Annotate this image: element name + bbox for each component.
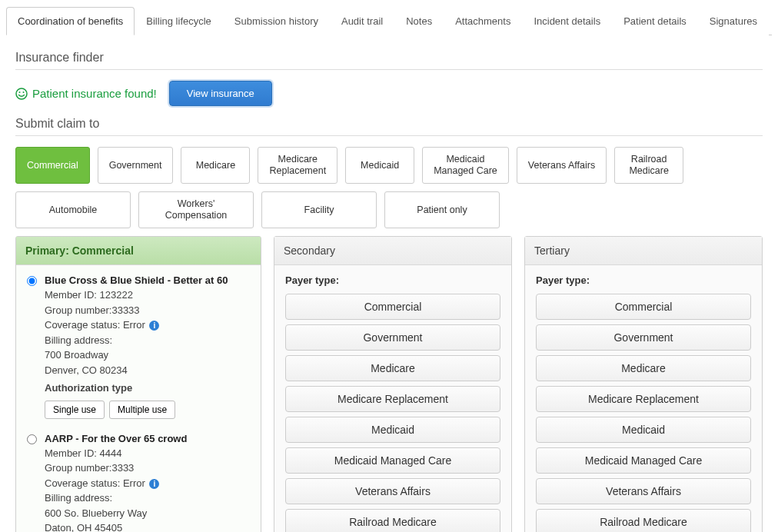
tab-audit-trail[interactable]: Audit trail: [330, 7, 394, 35]
coverage-status: Coverage status: Error i: [45, 476, 187, 491]
insurance-title: Blue Cross & Blue Shield - Better at 60: [45, 274, 228, 286]
submit-claim-title: Submit claim to: [15, 117, 763, 131]
secondary-payer-medicare-replacement-button[interactable]: Medicare Replacement: [285, 386, 500, 412]
svg-point-2: [23, 91, 25, 93]
tab-notes[interactable]: Notes: [394, 7, 444, 35]
insurance-detail: Billing address:: [45, 490, 187, 506]
tertiary-payer-medicare-replacement-button[interactable]: Medicare Replacement: [536, 386, 751, 412]
category-facility[interactable]: Facility: [261, 191, 377, 228]
insurance-radio[interactable]: [27, 276, 37, 286]
content-area: Insurance finder Patient insurance found…: [6, 35, 772, 532]
secondary-payer-medicaid-button[interactable]: Medicaid: [285, 417, 500, 443]
category-row-1: CommercialGovernmentMedicareMedicareRepl…: [15, 147, 763, 184]
secondary-panel: Secondary Payer type: CommercialGovernme…: [274, 236, 512, 532]
category-commercial[interactable]: Commercial: [15, 147, 90, 184]
insurance-detail: Daton, OH 45405: [45, 520, 187, 532]
tertiary-payer-list: CommercialGovernmentMedicareMedicare Rep…: [536, 294, 751, 532]
auth-multiple-use-button[interactable]: Multiple use: [109, 401, 175, 419]
insurance-detail: Group number:3333: [45, 461, 187, 476]
info-icon[interactable]: i: [149, 321, 159, 331]
category-medicaid[interactable]: Medicaid: [345, 147, 414, 184]
secondary-payer-veterans-affairs-button[interactable]: Veterans Affairs: [285, 478, 500, 504]
insurance-finder-title: Insurance finder: [15, 51, 763, 65]
divider: [15, 69, 763, 70]
category-patient-only[interactable]: Patient only: [384, 191, 500, 228]
secondary-payer-commercial-button[interactable]: Commercial: [285, 294, 500, 320]
tab-patient-details[interactable]: Patient details: [612, 7, 698, 35]
info-icon[interactable]: i: [149, 479, 159, 489]
primary-panel-header: Primary: Commercial: [16, 237, 261, 265]
tab-billing-lifecycle[interactable]: Billing lifecycle: [135, 7, 223, 35]
category-automobile[interactable]: Automobile: [15, 191, 131, 228]
category-veterans-affairs[interactable]: Veterans Affairs: [517, 147, 607, 184]
secondary-payer-medicare-button[interactable]: Medicare: [285, 355, 500, 381]
secondary-panel-header: Secondary: [274, 237, 511, 265]
insurance-detail: Billing address:: [45, 333, 228, 348]
svg-point-0: [16, 88, 27, 99]
insurance-option: AARP - For the Over 65 crowdMember ID: 4…: [27, 433, 250, 533]
category-medicaid-managed-care[interactable]: Medicaid Managed Care: [422, 147, 509, 184]
secondary-payer-type-label: Payer type:: [285, 274, 500, 286]
tab-attachments[interactable]: Attachments: [444, 7, 522, 35]
coverage-status: Coverage status: Error i: [45, 318, 228, 333]
tertiary-payer-veterans-affairs-button[interactable]: Veterans Affairs: [536, 478, 751, 504]
insurance-radio[interactable]: [27, 434, 37, 444]
insurance-detail: Member ID: 4444: [45, 446, 187, 461]
tab-coordination-of-benefits[interactable]: Coordination of benefits: [6, 7, 135, 35]
tab-incident-details[interactable]: Incident details: [522, 7, 612, 35]
tab-submission-history[interactable]: Submission history: [223, 7, 330, 35]
category-government[interactable]: Government: [98, 147, 174, 184]
tertiary-payer-medicaid-button[interactable]: Medicaid: [536, 417, 751, 443]
secondary-payer-medicaid-managed-care-button[interactable]: Medicaid Managed Care: [285, 447, 500, 474]
svg-point-1: [19, 91, 21, 93]
insurance-found-text: Patient insurance found!: [32, 87, 157, 100]
divider: [15, 135, 763, 136]
tertiary-payer-government-button[interactable]: Government: [536, 324, 751, 351]
category-medicare[interactable]: Medicare: [181, 147, 250, 184]
tertiary-payer-railroad-medicare-button[interactable]: Railroad Medicare: [536, 509, 751, 532]
secondary-payer-government-button[interactable]: Government: [285, 324, 500, 351]
primary-panel: Primary: Commercial Blue Cross & Blue Sh…: [15, 236, 261, 532]
tertiary-payer-medicaid-managed-care-button[interactable]: Medicaid Managed Care: [536, 447, 751, 474]
view-insurance-button[interactable]: View insurance: [169, 81, 272, 106]
coverage-panels: Primary: Commercial Blue Cross & Blue Sh…: [15, 236, 763, 532]
category-workers-compensation[interactable]: Workers' Compensation: [138, 191, 254, 228]
primary-panel-body: Blue Cross & Blue Shield - Better at 60M…: [16, 265, 261, 532]
insurance-detail: Denver, CO 80234: [45, 363, 228, 378]
tertiary-payer-type-label: Payer type:: [536, 274, 751, 286]
insurance-title: AARP - For the Over 65 crowd: [45, 433, 187, 444]
smile-icon: [15, 88, 28, 100]
category-medicare-replacement[interactable]: MedicareReplacement: [258, 147, 337, 184]
insurance-detail: Member ID: 123222: [45, 288, 228, 303]
authorization-type-label: Authorization type: [45, 381, 228, 396]
auth-single-use-button[interactable]: Single use: [45, 401, 105, 419]
insurance-option: Blue Cross & Blue Shield - Better at 60M…: [27, 274, 250, 419]
insurance-detail: 600 So. Blueberry Way: [45, 506, 187, 521]
tertiary-panel-header: Tertiary: [525, 237, 762, 265]
tertiary-payer-commercial-button[interactable]: Commercial: [536, 294, 751, 320]
insurance-detail: 700 Broadway: [45, 347, 228, 363]
secondary-payer-list: CommercialGovernmentMedicareMedicare Rep…: [285, 294, 500, 532]
category-row-2: AutomobileWorkers' CompensationFacilityP…: [15, 191, 763, 228]
insurance-found-status: Patient insurance found!: [15, 87, 157, 100]
tab-signatures[interactable]: Signatures: [698, 7, 769, 35]
tab-bar: Coordination of benefitsBilling lifecycl…: [6, 6, 772, 35]
tertiary-panel: Tertiary Payer type: CommercialGovernmen…: [524, 236, 763, 532]
secondary-payer-railroad-medicare-button[interactable]: Railroad Medicare: [285, 509, 500, 532]
insurance-detail: Group number:33333: [45, 303, 228, 318]
tertiary-payer-medicare-button[interactable]: Medicare: [536, 355, 751, 381]
category-railroad-medicare[interactable]: RailroadMedicare: [614, 147, 683, 184]
